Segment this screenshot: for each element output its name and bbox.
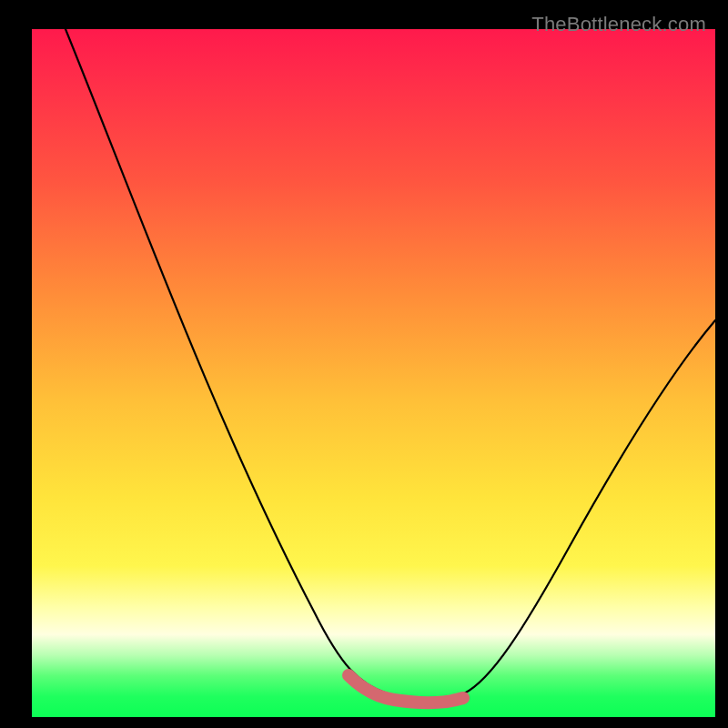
optimal-range-highlight: [349, 675, 463, 703]
plot-area: [32, 29, 715, 717]
chart-frame: TheBottleneck.com: [9, 9, 719, 719]
bottleneck-curve: [66, 29, 715, 701]
watermark-text: TheBottleneck.com: [531, 13, 706, 36]
curve-layer: [32, 29, 715, 717]
